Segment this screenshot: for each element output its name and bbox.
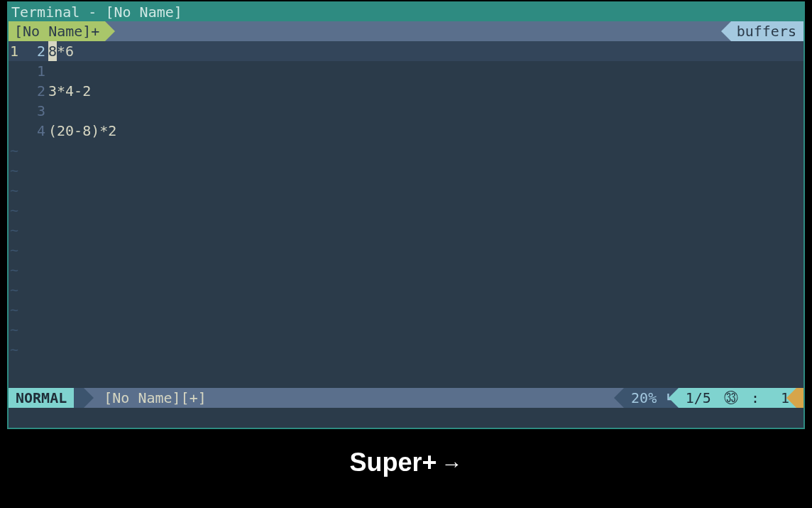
statusline-separator [74, 388, 84, 408]
empty-line-tilde: ~ [9, 300, 803, 320]
tab-active[interactable]: [No Name]+ [9, 21, 105, 41]
statusline-right: 20% ┗ 1/5 ㉝ : 1 [624, 388, 803, 408]
empty-line-tilde: ~ [9, 320, 803, 340]
tabline-buffers-label[interactable]: buffers [731, 21, 803, 41]
empty-line-tilde: ~ [9, 260, 803, 280]
terminal-window: Terminal - [No Name] [No Name]+ buffers … [7, 1, 805, 429]
line-number-relative: 1 [18, 61, 48, 81]
empty-line-tilde: ~ [9, 240, 803, 260]
empty-line-tilde: ~ [9, 180, 803, 200]
mode-label: NORMAL [16, 389, 67, 406]
line-content[interactable]: 3*4-2 [48, 81, 91, 101]
empty-line-tilde: ~ [9, 340, 803, 360]
statusline-position-segment: 1/5 ㉝ : 1 [679, 388, 796, 408]
line-number-relative: 4 [18, 121, 48, 141]
line-number-relative: 3 [18, 101, 48, 121]
editor-line[interactable]: 2 3*4-2 [9, 81, 803, 101]
editor-line[interactable]: 4 (20-8)*2 [9, 121, 803, 141]
empty-line-tilde: ~ [9, 141, 803, 161]
statusline-end-marker [796, 388, 803, 408]
cursor: 8 [48, 41, 57, 61]
command-line[interactable] [9, 408, 803, 428]
line-content[interactable]: (20-8)*2 [48, 121, 116, 141]
col-sep: : [751, 389, 759, 406]
editor-line[interactable]: 3 [9, 101, 803, 121]
empty-line-tilde: ~ [9, 200, 803, 220]
statusline: NORMAL [No Name][+] 20% ┗ 1/5 ㉝ : 1 [9, 388, 803, 408]
empty-line-tilde: ~ [9, 280, 803, 300]
empty-line-tilde: ~ [9, 161, 803, 180]
buffers-label: buffers [737, 23, 796, 40]
line-number-relative: 2 [18, 41, 48, 61]
line-number-absolute: 1 [9, 41, 18, 61]
window-title: Terminal - [No Name] [11, 4, 182, 21]
position-value: 1/5 [686, 389, 711, 406]
buffer-tabline[interactable]: [No Name]+ buffers [9, 21, 803, 41]
line-number-relative: 2 [18, 81, 48, 101]
keycast-overlay: Super+→ [0, 448, 812, 477]
mode-indicator: NORMAL [9, 388, 74, 408]
keycast-text: Super+ [349, 448, 437, 477]
editor-area[interactable]: 1 2 8*6 1 2 3*4-2 3 4 (20-8)*2 ~ ~ ~ ~ ~ [9, 41, 803, 388]
tab-label: [No Name]+ [14, 23, 99, 40]
empty-line-tilde: ~ [9, 220, 803, 240]
window-titlebar: Terminal - [No Name] [9, 3, 803, 21]
encoding-icon: ㉝ [724, 389, 738, 406]
line-content[interactable]: 8*6 [48, 41, 74, 61]
arrow-right-icon: → [441, 452, 463, 475]
statusline-filename: [No Name][+] [84, 388, 214, 408]
percent-value: 20% [631, 389, 657, 406]
editor-line[interactable]: 1 2 8*6 [9, 41, 803, 61]
editor-line[interactable]: 1 [9, 61, 803, 81]
